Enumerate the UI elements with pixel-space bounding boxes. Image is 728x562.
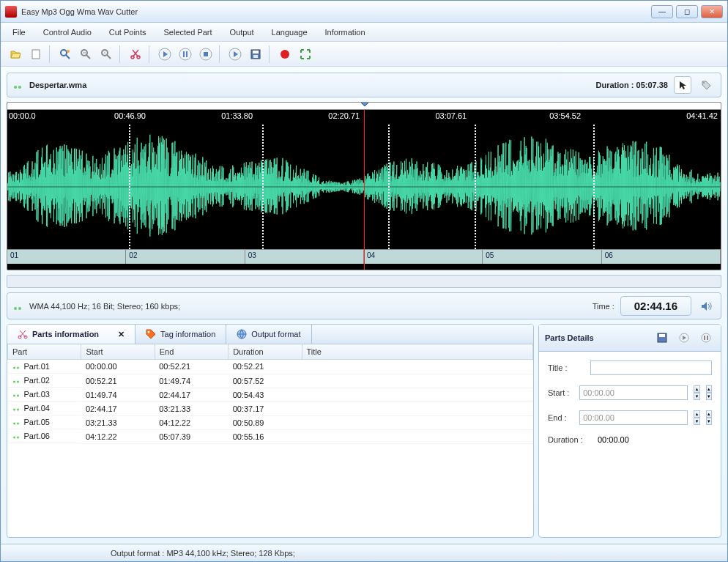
svg-point-23	[281, 50, 289, 59]
play-button[interactable]	[156, 45, 174, 63]
tab-close-button[interactable]: ✕	[118, 330, 125, 339]
tag-tool-button[interactable]	[697, 76, 715, 94]
zoom-fit-button[interactable]	[97, 45, 115, 63]
tabs-panel: Parts information ✕ Tag information Outp…	[7, 324, 534, 538]
globe-icon	[237, 329, 247, 339]
part-label[interactable]: 03	[245, 250, 364, 264]
minimize-button[interactable]: —	[651, 5, 673, 18]
menu-language[interactable]: Language	[264, 25, 315, 40]
end-spinner-2[interactable]: ▲▼	[706, 410, 712, 425]
filename: Despertar.wma	[29, 81, 590, 89]
cut-marker[interactable]	[388, 125, 390, 249]
zoom-button[interactable]	[56, 45, 74, 63]
start-input[interactable]	[579, 385, 688, 400]
tab-label: Parts information	[32, 330, 99, 339]
volume-button[interactable]	[697, 297, 715, 315]
start-spinner[interactable]: ▲▼	[694, 385, 699, 400]
menu-output[interactable]: Output	[223, 25, 261, 40]
content-area: Despertar.wma Duration : 05:07.38 00:00.…	[1, 67, 727, 544]
duration-value: 00:00.00	[598, 435, 629, 444]
close-button[interactable]: ✕	[701, 5, 723, 18]
music-note-icon	[13, 80, 23, 90]
horizontal-scrollbar[interactable]	[7, 275, 721, 288]
zoom-out-button[interactable]	[77, 45, 94, 63]
app-window: Easy Mp3 Ogg Wma Wav Cutter — ◻ ✕ File C…	[0, 0, 728, 562]
record-button[interactable]	[276, 45, 294, 63]
pause-button[interactable]	[177, 45, 194, 63]
play-detail-button[interactable]	[675, 329, 693, 347]
scissors-icon	[18, 329, 28, 339]
end-spinner[interactable]: ▲▼	[694, 410, 699, 425]
start-spinner-2[interactable]: ▲▼	[706, 385, 712, 400]
end-input[interactable]	[579, 410, 688, 425]
part-label[interactable]: 04	[364, 250, 483, 264]
part-label[interactable]: 01	[7, 250, 126, 264]
app-icon	[5, 6, 17, 18]
svg-point-38	[702, 333, 710, 342]
title-input[interactable]	[590, 361, 712, 375]
svg-rect-16	[186, 51, 187, 57]
col-duration[interactable]: Duration	[229, 344, 302, 360]
svg-line-8	[107, 55, 111, 59]
playhead-handle-icon[interactable]	[360, 102, 370, 107]
menu-cut-points[interactable]: Cut Points	[102, 25, 154, 40]
expand-button[interactable]	[297, 45, 314, 63]
stop-button[interactable]	[197, 45, 215, 63]
tab-parts-information[interactable]: Parts information ✕	[7, 325, 135, 344]
table-row[interactable]: Part.0301:49.7402:44.1700:54.43	[8, 388, 533, 402]
time-mark: 01:33.80	[221, 111, 253, 120]
info-bar: WMA 44,100 Hz; 16 Bit; Stereo; 160 kbps;…	[7, 292, 721, 319]
maximize-button[interactable]: ◻	[676, 5, 698, 18]
col-start[interactable]: Start	[81, 344, 155, 360]
save-button[interactable]	[247, 45, 264, 63]
cut-marker[interactable]	[475, 125, 476, 249]
tab-tag-information[interactable]: Tag information	[135, 325, 226, 344]
time-mark: 04:41.42	[686, 111, 718, 120]
col-part[interactable]: Part	[8, 344, 81, 360]
playhead[interactable]	[364, 110, 365, 270]
details-body: Title : Start : ▲▼ ▲▼ End : ▲▼ ▲▼	[539, 352, 721, 453]
window-buttons: — ◻ ✕	[651, 5, 723, 18]
time-label: Time :	[593, 302, 614, 311]
table-row[interactable]: Part.0200:52.2101:49.7400:57.52	[8, 374, 533, 388]
part-label[interactable]: 06	[602, 250, 721, 264]
play-part-button[interactable]	[226, 45, 244, 63]
cut-marker[interactable]	[129, 125, 130, 249]
cut-marker[interactable]	[593, 125, 595, 249]
file-info-bar: Despertar.wma Duration : 05:07.38	[7, 73, 721, 97]
tab-label: Tag information	[160, 330, 215, 339]
tag-icon	[146, 329, 156, 339]
titlebar: Easy Mp3 Ogg Wma Wav Cutter — ◻ ✕	[1, 1, 727, 23]
parts-table: Part Start End Duration Title Part.0100:…	[7, 344, 533, 537]
part-label[interactable]: 02	[126, 250, 245, 264]
save-detail-button[interactable]	[653, 329, 671, 347]
start-field: Start : ▲▼ ▲▼	[548, 385, 712, 400]
new-button[interactable]	[27, 45, 45, 63]
table-row[interactable]: Part.0100:00.0000:52.2100:52.21	[8, 360, 533, 374]
duration-label: Duration :	[548, 435, 592, 444]
cut-marker[interactable]	[262, 125, 264, 249]
waveform-canvas[interactable]	[7, 125, 721, 249]
menu-control-audio[interactable]: Control Audio	[36, 25, 99, 40]
table-row[interactable]: Part.0604:12.2205:07.3900:55.16	[8, 429, 533, 443]
col-end[interactable]: End	[155, 344, 228, 360]
window-title: Easy Mp3 Ogg Wma Wav Cutter	[21, 7, 651, 16]
menu-selected-part[interactable]: Selected Part	[157, 25, 220, 40]
col-title[interactable]: Title	[302, 344, 533, 360]
music-note-icon	[13, 301, 23, 311]
tab-output-format[interactable]: Output format	[226, 325, 311, 344]
cursor-tool-button[interactable]	[674, 76, 691, 94]
table-row[interactable]: Part.0503:21.3304:12.2200:50.89	[8, 415, 533, 429]
details-title: Parts Details	[545, 333, 649, 342]
menu-file[interactable]: File	[5, 25, 33, 40]
table-row[interactable]: Part.0402:44.1703:21.3300:37.17	[8, 402, 533, 415]
start-label: Start :	[548, 388, 573, 397]
title-label: Title :	[548, 363, 584, 372]
pause-detail-button[interactable]	[697, 329, 715, 347]
open-button[interactable]	[7, 45, 24, 63]
statusbar: Output format : MP3 44,100 kHz; Stereo; …	[1, 544, 727, 561]
part-label[interactable]: 05	[483, 250, 601, 264]
cut-button[interactable]	[127, 45, 144, 63]
menu-information[interactable]: Information	[318, 25, 373, 40]
waveform-panel[interactable]: 00:00.0 00:46.90 01:33.80 02:20.71 03:07…	[7, 102, 721, 270]
